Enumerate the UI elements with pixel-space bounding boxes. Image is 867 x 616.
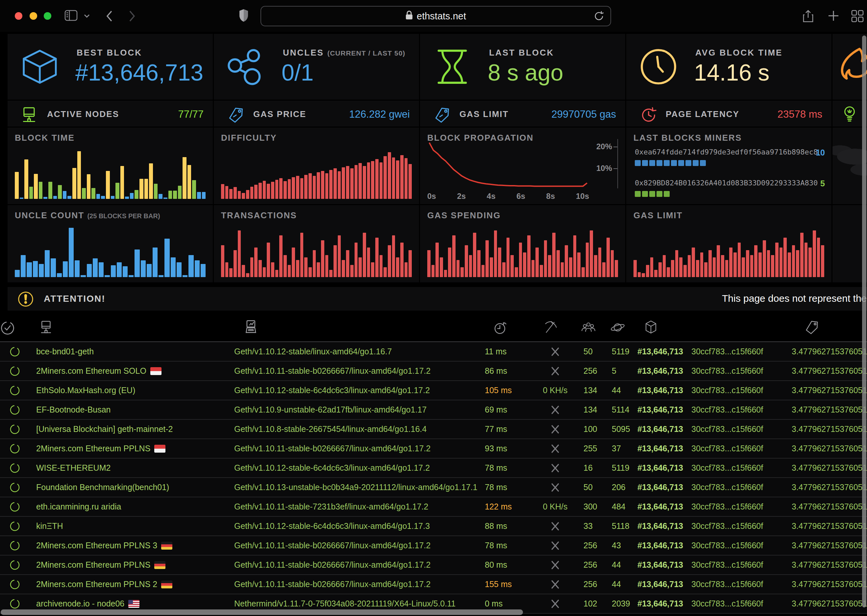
- node-total-difficulty: 3.477962715376051e+2: [786, 444, 867, 453]
- node-mining: 0 KH/s: [530, 502, 569, 511]
- propagation-bars: [427, 139, 589, 189]
- client-laptop-icon: [230, 319, 259, 336]
- node-total-difficulty: 3.477962715376051e+2: [786, 560, 867, 570]
- node-name: [Universa Blockchain] geth-mainnet-2: [30, 424, 230, 434]
- node-block-hash: 30ccf783...c15f660f: [688, 541, 786, 550]
- node-mining: [530, 599, 569, 609]
- molecule-icon: [226, 47, 266, 88]
- node-block-hash: 30ccf783...c15f660f: [688, 366, 786, 376]
- attention-message: This page does not represent the: [722, 293, 867, 304]
- node-latency: 80 ms: [480, 560, 530, 570]
- back-button[interactable]: [105, 10, 113, 24]
- miner-block-count: 5: [820, 179, 825, 189]
- node-client-version: Geth/v1.10.12-stable-6c4dc6c3/linux-amd6…: [230, 386, 480, 395]
- pending-planet-icon: [605, 320, 626, 336]
- y-tick-20: 20%: [596, 142, 612, 151]
- stat-label: GAS PRICE: [253, 109, 306, 119]
- node-client-version: Geth/v1.10.11-stable-b0266667/linux-amd6…: [230, 366, 480, 376]
- node-client-version: Geth/v1.10.11-stable-b0266667/linux-amd6…: [230, 444, 480, 453]
- node-block-hash: 30ccf783...c15f660f: [688, 560, 786, 570]
- node-mining: 0 KH/s: [530, 386, 569, 395]
- node-client-version: Geth/v1.10.12-stable-6c4dc6c3/linux-amd6…: [230, 521, 480, 531]
- close-window-button[interactable]: [15, 12, 22, 20]
- node-mining: [530, 463, 569, 473]
- node-status-icon: [0, 366, 30, 377]
- node-status-icon: [0, 346, 30, 357]
- miner-address: 0x829BD824B016326A401d083B33D092293333A8…: [635, 179, 818, 187]
- node-client-version: Geth/v1.10.11-stable-b0266667/linux-amd6…: [230, 560, 480, 570]
- zoom-window-button[interactable]: [44, 12, 51, 20]
- node-block: #13,646,713: [635, 366, 688, 376]
- price-tag-icon: [228, 107, 245, 125]
- node-pending: 484: [605, 502, 635, 511]
- hourglass-icon: [433, 47, 472, 88]
- node-mining: [530, 482, 569, 492]
- node-name: kinΞTH: [30, 521, 230, 531]
- forward-button[interactable]: [128, 10, 136, 24]
- node-icon: [30, 320, 54, 336]
- node-pending: 5095: [605, 424, 635, 434]
- vertical-scrollbar[interactable]: [862, 36, 866, 607]
- reload-button[interactable]: [593, 10, 604, 24]
- latency-stopwatch-icon: [480, 320, 508, 336]
- chart-title: GAS LIMIT: [634, 211, 683, 220]
- node-name: EthSolo.MaxHash.org (EU): [30, 386, 230, 395]
- chart-title: BLOCK TIME: [15, 133, 75, 143]
- node-peers: 256: [569, 541, 605, 550]
- node-block: #13,646,713: [635, 560, 688, 570]
- miner-entry: 0xea674fdde714fd979de3edf0f56aa9716b898e…: [635, 148, 825, 166]
- node-block: #13,646,713: [635, 463, 688, 473]
- node-block-hash: 30ccf783...c15f660f: [688, 444, 786, 453]
- block-time-bars: [15, 149, 206, 199]
- chart-title: DIFFICULTY: [221, 133, 277, 143]
- node-status-icon: [0, 540, 30, 551]
- stat-label: GAS LIMIT: [459, 109, 508, 119]
- card-label: UNCLES (CURRENT / LAST 50): [283, 48, 405, 58]
- table-row: 2Miners.com Ethereum PPLNSGeth/v1.10.11-…: [0, 439, 867, 459]
- flag-icon-de: [161, 580, 172, 588]
- node-mining: [530, 424, 569, 434]
- table-row: 2Miners.com Ethereum SOLOGeth/v1.10.11-s…: [0, 361, 867, 381]
- node-peers: 100: [569, 424, 605, 434]
- stat-page-latency: PAGE LATENCY 23578 ms: [626, 101, 831, 127]
- active-nodes-value: 77/77: [178, 108, 204, 120]
- address-bar[interactable]: ethstats.net: [261, 6, 611, 26]
- node-pending: 5118: [605, 521, 635, 531]
- chart-block-propagation: BLOCK PROPAGATION 0s2s4s6s8s10s 20% 10%: [420, 127, 625, 204]
- node-name: EF-Bootnode-Busan: [30, 405, 230, 415]
- stat-active-nodes: ACTIVE NODES 77/77: [8, 101, 213, 127]
- card-last-block: LAST BLOCK 8 s ago: [420, 34, 625, 100]
- node-block-hash: 30ccf783...c15f660f: [688, 386, 786, 395]
- node-peers: 256: [569, 580, 605, 589]
- table-row: EF-Bootnode-BusanGeth/v1.10.9-unstable-6…: [0, 401, 867, 420]
- node-block-hash: 30ccf783...c15f660f: [688, 502, 786, 511]
- share-icon[interactable]: [802, 10, 814, 24]
- node-latency: 11 ms: [480, 347, 530, 356]
- node-name: eth.icanmining.ru aridia: [30, 502, 230, 511]
- minimize-window-button[interactable]: [30, 12, 37, 20]
- node-total-difficulty: 3.477962715376051e+2: [786, 424, 867, 434]
- panel-last-blocks-miners: LAST BLOCKS MINERS 0xea674fdde714fd979de…: [626, 127, 831, 204]
- difficulty-tag-icon: [786, 320, 820, 336]
- table-row: 2Miners.com Ethereum PPLNS 2Geth/v1.10.1…: [0, 575, 867, 594]
- privacy-shield-icon[interactable]: [238, 9, 249, 24]
- card-label: BEST BLOCK: [77, 48, 142, 58]
- price-tag-icon: [434, 107, 451, 125]
- attention-bar: ATTENTION! This page does not represent …: [8, 287, 867, 311]
- sidebar-toggle-icon[interactable]: [65, 10, 78, 22]
- miner-block-squares: [635, 191, 825, 197]
- node-block-hash: 30ccf783...c15f660f: [688, 424, 786, 434]
- gas-limit-bars: [634, 228, 824, 277]
- chart-title: GAS SPENDING: [427, 211, 500, 220]
- new-tab-button[interactable]: [828, 10, 839, 23]
- node-name: 2Miners.com Ethereum PPLNS: [30, 444, 230, 453]
- chart-uncle-count: UNCLE COUNT (25 BLOCKS PER BAR): [8, 205, 213, 282]
- horizontal-scrollbar[interactable]: [1, 610, 523, 615]
- uncles-value: 0/1: [282, 60, 313, 86]
- tab-overview-button[interactable]: [851, 10, 864, 24]
- node-mining: [530, 541, 569, 551]
- chevron-down-icon[interactable]: [83, 14, 90, 20]
- node-mining: [530, 405, 569, 415]
- node-total-difficulty: 3.477962715376051e+2: [786, 541, 867, 550]
- browser-toolbar: ethstats.net: [0, 0, 867, 32]
